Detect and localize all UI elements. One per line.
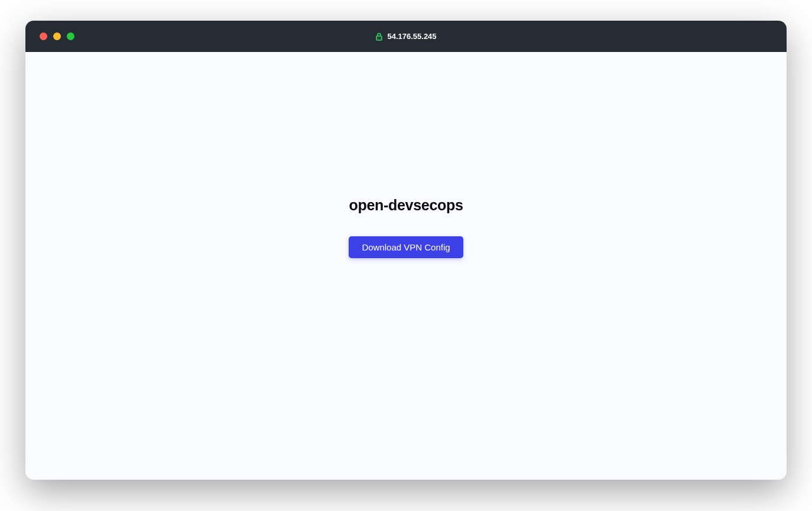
minimize-window-button[interactable] xyxy=(53,32,61,40)
page-title: open-devsecops xyxy=(349,197,463,214)
svg-rect-0 xyxy=(376,36,382,40)
close-window-button[interactable] xyxy=(40,32,47,40)
browser-window: 54.176.55.245 open-devsecops Download VP… xyxy=(25,21,787,480)
address-bar[interactable]: 54.176.55.245 xyxy=(375,32,436,41)
lock-icon xyxy=(375,32,382,41)
maximize-window-button[interactable] xyxy=(67,32,74,40)
download-vpn-config-button[interactable]: Download VPN Config xyxy=(349,236,463,258)
page-content: open-devsecops Download VPN Config xyxy=(25,52,787,480)
address-text: 54.176.55.245 xyxy=(387,32,436,41)
window-controls xyxy=(25,32,74,40)
titlebar: 54.176.55.245 xyxy=(25,21,787,52)
